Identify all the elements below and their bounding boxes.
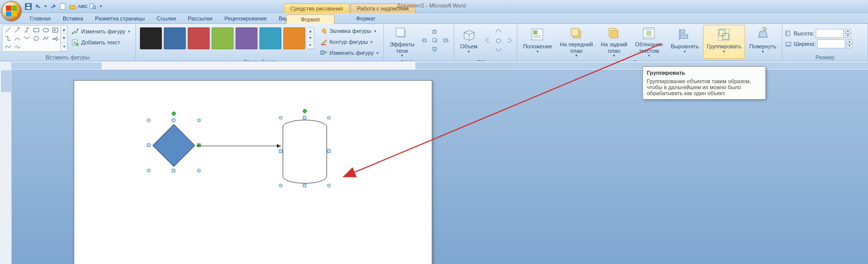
height-input[interactable] [816, 29, 844, 38]
undo-dropdown-icon[interactable]: ▼ [44, 4, 47, 8]
style-swatch-4[interactable] [212, 27, 234, 49]
selection-handle[interactable] [327, 184, 331, 187]
undo-icon[interactable] [34, 2, 43, 11]
shape-arrow-icon[interactable] [12, 26, 22, 34]
shape-diamond[interactable] [149, 121, 199, 170]
3d-toggle-icon[interactable] [493, 36, 504, 45]
selection-handle[interactable] [147, 143, 150, 147]
edit-shape-button[interactable]: Изменить фигуру ▼ [69, 26, 133, 37]
selection-handle[interactable] [303, 116, 306, 120]
nudge-up-icon[interactable] [430, 27, 441, 36]
selection-handle[interactable] [147, 119, 150, 122]
shape-arrowbig-icon[interactable] [50, 34, 60, 43]
office-button[interactable] [1, 1, 21, 21]
tab-mailings[interactable]: Рассылки [182, 14, 218, 23]
selection-handle[interactable] [279, 184, 282, 187]
shape-fill-button[interactable]: Заливка фигуры ▼ [317, 25, 382, 36]
style-swatch-1[interactable] [140, 27, 162, 49]
tab-review[interactable]: Рецензирование [219, 14, 273, 23]
shapes-gallery-scroll[interactable]: ▲ ▼ ▾ [61, 25, 68, 52]
page[interactable] [74, 80, 432, 264]
style-gallery-scroll[interactable]: ▲ ▼ ▾ [307, 27, 314, 49]
width-spinner[interactable]: ▲▼ [847, 39, 853, 48]
shape-freeform-icon[interactable] [3, 42, 12, 51]
shadow-toggle-icon[interactable] [430, 36, 441, 45]
shape-elbow-icon[interactable] [22, 26, 31, 34]
scroll-more-icon[interactable]: ▾ [307, 42, 314, 49]
scroll-up-icon[interactable]: ▲ [61, 25, 67, 34]
selection-handle[interactable] [172, 119, 175, 122]
selection-handle[interactable] [197, 169, 201, 172]
selection-handle[interactable] [327, 116, 331, 120]
spellcheck-icon[interactable]: ABC [78, 2, 87, 11]
nudge-right-icon[interactable] [441, 36, 452, 45]
shape-elbow2-icon[interactable] [3, 34, 12, 43]
shape-rect-icon[interactable] [31, 26, 41, 34]
tab-insert[interactable]: Вставка [57, 14, 89, 23]
style-swatch-3[interactable] [188, 27, 210, 49]
tab-page-layout[interactable]: Разметка страницы [89, 14, 151, 23]
nudge-left-icon[interactable] [419, 36, 430, 45]
position-button[interactable]: Положение ▼ [519, 25, 555, 59]
rotate-handle-icon[interactable] [172, 112, 176, 116]
change-shape-button[interactable]: Изменить фигуру ▼ [317, 47, 382, 58]
style-swatch-6[interactable] [259, 27, 281, 49]
tab-format-textbox[interactable]: Формат [350, 14, 381, 23]
tilt-up-icon[interactable] [493, 27, 504, 36]
selection-handle[interactable] [327, 149, 331, 153]
shape-scribble-icon[interactable] [12, 42, 22, 51]
scroll-down-icon[interactable]: ▼ [307, 35, 314, 42]
print-preview-icon[interactable] [88, 2, 97, 11]
new-icon[interactable] [58, 2, 67, 11]
scroll-up-icon[interactable]: ▲ [307, 28, 314, 35]
align-button[interactable]: Выровнять ▼ [667, 25, 702, 59]
nudge-down-icon[interactable] [430, 45, 441, 54]
shadow-effects-button[interactable]: Эффекты тени ▼ [386, 25, 418, 59]
redo-icon[interactable] [48, 2, 57, 11]
shape-line-icon[interactable] [3, 26, 12, 34]
qat-customize-icon[interactable]: ▼ [99, 4, 103, 8]
shape-curve2-icon[interactable] [22, 34, 31, 43]
shape-cylinder[interactable] [281, 118, 329, 185]
bring-front-button[interactable]: На передний план ▼ [557, 25, 597, 59]
tilt-right-icon[interactable] [504, 36, 515, 45]
style-gallery[interactable]: ▲ ▼ ▾ [138, 25, 316, 52]
scroll-more-icon[interactable]: ▾ [61, 43, 67, 51]
shape-oval-icon[interactable] [31, 34, 41, 43]
tab-format-drawing[interactable]: Формат [286, 14, 335, 24]
rotate-button[interactable]: Повернуть ▼ [746, 25, 780, 59]
save-icon[interactable] [24, 2, 33, 11]
shapes-gallery[interactable]: A [2, 25, 61, 52]
3d-effects-button[interactable]: Объем ▼ [456, 25, 481, 59]
selection-handle[interactable] [279, 149, 282, 153]
shape-polyline-icon[interactable] [41, 34, 50, 43]
width-input[interactable] [817, 39, 845, 48]
style-swatch-7[interactable] [283, 27, 305, 49]
selection-handle[interactable] [197, 119, 201, 122]
selection-handle[interactable] [303, 184, 306, 187]
send-back-button[interactable]: На задний план ▼ [598, 25, 631, 59]
height-spinner[interactable]: ▲▼ [845, 29, 851, 38]
tilt-left-icon[interactable] [482, 36, 493, 45]
ruler-vertical[interactable] [0, 70, 12, 264]
add-text-button[interactable]: A+ Добавить текст [69, 37, 133, 48]
tilt-down-icon[interactable] [493, 45, 504, 54]
open-icon[interactable] [68, 2, 77, 11]
selection-handle[interactable] [147, 169, 150, 172]
shape-connector[interactable] [196, 143, 286, 148]
selection-handle[interactable] [172, 169, 175, 172]
tab-home[interactable]: Главная [24, 14, 57, 23]
style-swatch-5[interactable] [236, 27, 257, 49]
tab-references[interactable]: Ссылки [151, 14, 182, 23]
shape-textbox-icon[interactable]: A [50, 26, 60, 34]
scroll-down-icon[interactable]: ▼ [61, 34, 67, 42]
group-button[interactable]: Группировать ▼ [703, 25, 745, 59]
shape-outline-button[interactable]: Контур фигуры ▼ [317, 36, 382, 47]
shape-roundrect-icon[interactable] [41, 26, 50, 34]
position-label: Положение [523, 43, 552, 50]
selection-handle[interactable] [279, 116, 282, 120]
shape-curve-icon[interactable] [12, 34, 22, 43]
rotate-handle-icon[interactable] [303, 109, 307, 113]
text-wrap-button[interactable]: Обтекание текстом ▼ [632, 25, 666, 59]
style-swatch-2[interactable] [164, 27, 186, 49]
